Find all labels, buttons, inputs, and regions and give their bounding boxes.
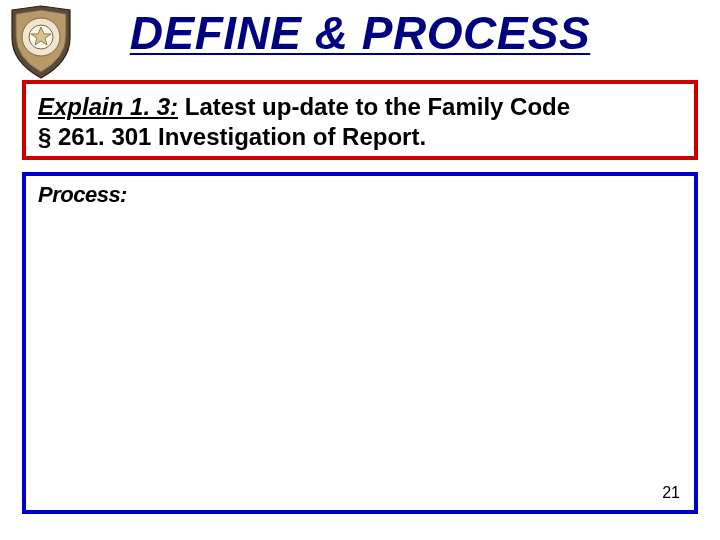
explain-text-2: § 261. 301 Investigation of Report. — [38, 123, 426, 150]
explain-line: Explain 1. 3: Latest up-date to the Fami… — [38, 92, 682, 152]
explain-text-1: Latest up-date to the Family Code — [178, 93, 570, 120]
explain-box: Explain 1. 3: Latest up-date to the Fami… — [22, 80, 698, 160]
slide-title: DEFINE & PROCESS — [0, 6, 720, 60]
slide: DEFINE & PROCESS Explain 1. 3: Latest up… — [0, 0, 720, 540]
process-box: Process: 21 — [22, 172, 698, 514]
page-number: 21 — [662, 484, 680, 502]
explain-label: Explain 1. 3: — [38, 93, 178, 120]
process-label: Process: — [38, 182, 682, 208]
